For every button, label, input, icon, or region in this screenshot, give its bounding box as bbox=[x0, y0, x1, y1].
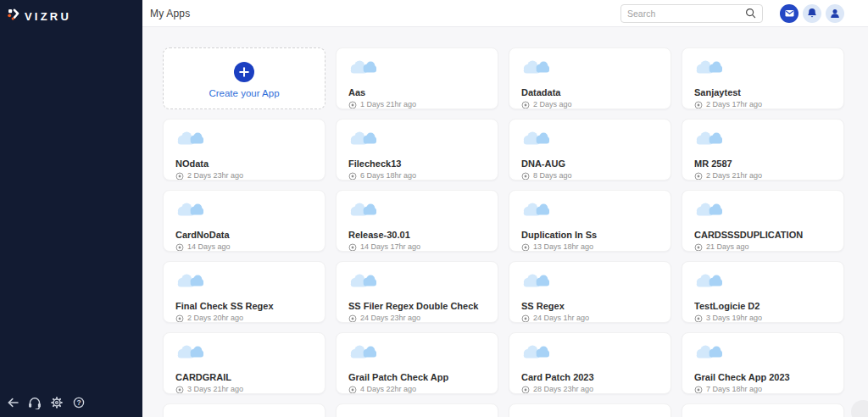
app-card[interactable]: CARDSSSDUPLICATION 21 Days ago bbox=[682, 190, 844, 252]
app-card[interactable]: Sanjaytest 2 Days 17hr ago bbox=[682, 47, 844, 109]
views-icon bbox=[521, 101, 530, 109]
app-updated: 2 Days 21hr ago bbox=[706, 171, 762, 181]
app-card[interactable]: Final Check SS Regex 2 Days 20hr ago bbox=[163, 261, 326, 323]
create-app-card[interactable]: Create your App bbox=[163, 47, 326, 109]
help-icon[interactable]: ? bbox=[72, 396, 86, 409]
app-meta: 1 Days 21hr ago bbox=[348, 100, 486, 109]
app-name: TestLogicie D2 bbox=[694, 301, 832, 312]
app-updated: 2 Days 17hr ago bbox=[706, 100, 762, 109]
views-icon bbox=[348, 386, 357, 394]
messages-button[interactable] bbox=[780, 4, 798, 23]
notifications-button[interactable] bbox=[803, 4, 821, 23]
app-card[interactable]: CardNoData 14 Days ago bbox=[163, 190, 326, 252]
app-meta: 14 Days 17hr ago bbox=[348, 242, 486, 252]
views-icon bbox=[521, 314, 530, 323]
app-updated: 3 Days 21hr ago bbox=[187, 385, 243, 394]
topbar-right bbox=[620, 4, 844, 23]
views-icon bbox=[521, 243, 530, 252]
views-icon bbox=[175, 243, 184, 252]
app-updated: 13 Days 18hr ago bbox=[533, 242, 593, 252]
app-meta: 2 Days 20hr ago bbox=[175, 314, 313, 323]
search-input[interactable] bbox=[627, 8, 745, 19]
search-icon[interactable] bbox=[745, 8, 756, 19]
app-name: Release-30.01 bbox=[348, 230, 486, 241]
app-meta: 2 Days 23hr ago bbox=[175, 171, 313, 181]
app-updated: 4 Days 22hr ago bbox=[360, 385, 416, 394]
topbar-icons bbox=[780, 4, 844, 23]
app-card[interactable]: Datadata 2 Days ago bbox=[509, 47, 671, 109]
cloud-icon bbox=[694, 343, 722, 362]
views-icon bbox=[521, 386, 530, 394]
app-meta: 6 Days 18hr ago bbox=[348, 171, 486, 181]
envelope-icon bbox=[785, 9, 794, 18]
app-card[interactable]: MR 2587 2 Days 21hr ago bbox=[682, 119, 844, 181]
app-meta: 3 Days 19hr ago bbox=[694, 314, 832, 323]
cloud-icon bbox=[521, 201, 549, 220]
logo-text: VIZRU bbox=[25, 10, 71, 23]
app-card[interactable]: TestLogicie D2 3 Days 19hr ago bbox=[682, 261, 844, 323]
cloud-icon bbox=[175, 272, 203, 291]
app-updated: 3 Days 19hr ago bbox=[706, 314, 762, 323]
app-name: Sanjaytest bbox=[694, 87, 832, 98]
app-name: SS Regex bbox=[521, 301, 659, 312]
svg-text:?: ? bbox=[76, 398, 81, 407]
app-meta: 2 Days 21hr ago bbox=[694, 171, 832, 181]
app-card[interactable]: Aas 1 Days 21hr ago bbox=[336, 47, 498, 109]
views-icon bbox=[175, 386, 184, 394]
profile-button[interactable] bbox=[826, 4, 844, 23]
app-name: SS Filer Regex Double Check bbox=[348, 301, 486, 312]
sidebar: VIZRU bbox=[0, 0, 142, 417]
app-updated: 6 Days 18hr ago bbox=[360, 171, 416, 181]
app-updated: 1 Days 21hr ago bbox=[360, 100, 416, 109]
app-card[interactable]: Grail Patch Check App 4 Days 22hr ago bbox=[336, 332, 498, 394]
app-meta: 24 Days 1hr ago bbox=[521, 314, 659, 323]
app-card[interactable]: SS Regex 24 Days 1hr ago bbox=[509, 261, 671, 323]
topbar: My Apps bbox=[142, 0, 868, 27]
app-name: Card Patch 2023 bbox=[521, 372, 659, 383]
app-card-partial[interactable] bbox=[336, 403, 498, 417]
app-meta: 28 Days 23hr ago bbox=[521, 385, 659, 394]
app-name: Duplication In Ss bbox=[521, 230, 659, 241]
cloud-icon bbox=[348, 201, 376, 220]
app-card-partial[interactable] bbox=[509, 403, 671, 417]
app-card[interactable]: Grail Check App 2023 7 Days 18hr ago bbox=[682, 332, 844, 394]
app-name: MR 2587 bbox=[694, 158, 832, 170]
app-updated: 21 Days ago bbox=[706, 242, 749, 252]
app-card[interactable]: NOdata 2 Days 23hr ago bbox=[163, 119, 326, 181]
app-name: Grail Patch Check App bbox=[348, 372, 486, 383]
app-card-partial[interactable] bbox=[163, 403, 326, 417]
support-headset-icon[interactable] bbox=[28, 396, 42, 409]
app-card[interactable]: Filecheck13 6 Days 18hr ago bbox=[336, 119, 498, 181]
app-meta: 2 Days ago bbox=[521, 100, 659, 109]
app-updated: 14 Days ago bbox=[187, 242, 231, 252]
app-card[interactable]: DNA-AUG 8 Days ago bbox=[509, 119, 671, 181]
app-updated: 8 Days ago bbox=[533, 171, 572, 181]
settings-gear-icon[interactable] bbox=[50, 396, 64, 409]
app-card[interactable]: SS Filer Regex Double Check 24 Days 23hr… bbox=[336, 261, 498, 323]
views-icon bbox=[694, 172, 703, 181]
cloud-icon bbox=[694, 130, 722, 148]
app-name: NOdata bbox=[175, 158, 313, 170]
app-name: CARDSSSDUPLICATION bbox=[694, 230, 832, 241]
app-root: VIZRU bbox=[0, 0, 868, 417]
app-name: DNA-AUG bbox=[521, 158, 659, 170]
app-updated: 14 Days 17hr ago bbox=[360, 242, 420, 252]
views-icon bbox=[694, 314, 703, 323]
app-card[interactable]: Release-30.01 14 Days 17hr ago bbox=[336, 190, 498, 252]
cloud-icon bbox=[175, 130, 203, 148]
app-card[interactable]: Card Patch 2023 28 Days 23hr ago bbox=[509, 332, 671, 394]
app-meta: 13 Days 18hr ago bbox=[521, 242, 659, 252]
logo: VIZRU bbox=[0, 0, 142, 24]
app-card[interactable]: Duplication In Ss 13 Days 18hr ago bbox=[509, 190, 671, 252]
back-icon[interactable] bbox=[6, 396, 19, 409]
app-name: Grail Check App 2023 bbox=[694, 372, 832, 383]
cloud-icon bbox=[521, 343, 549, 362]
app-card[interactable]: CARDGRAIL 3 Days 21hr ago bbox=[163, 332, 326, 394]
app-meta: 14 Days ago bbox=[175, 242, 313, 252]
app-meta: 21 Days ago bbox=[694, 242, 832, 252]
scroll-top-button[interactable] bbox=[851, 400, 868, 417]
app-updated: 28 Days 23hr ago bbox=[533, 385, 593, 394]
app-updated: 2 Days 20hr ago bbox=[187, 314, 243, 323]
app-updated: 2 Days 23hr ago bbox=[187, 171, 243, 181]
app-card-partial[interactable] bbox=[682, 403, 844, 417]
